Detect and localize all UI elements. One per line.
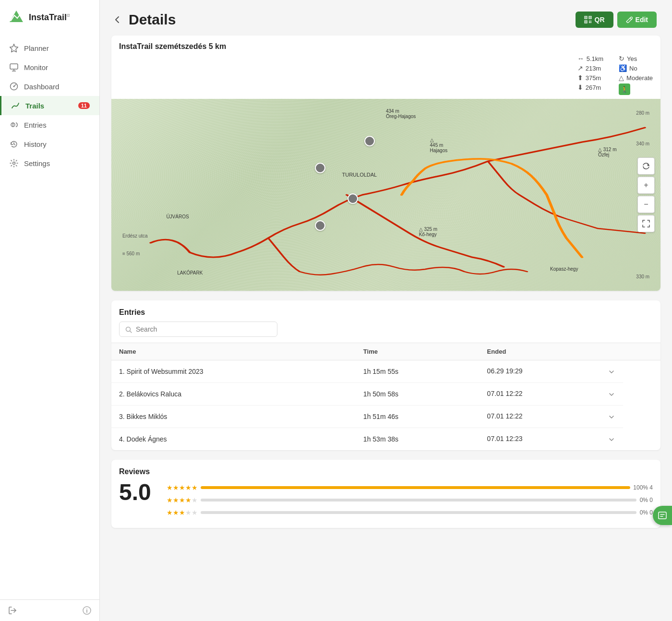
map-marker-3	[348, 193, 358, 204]
rating-bar-fill-5	[201, 486, 631, 489]
search-input[interactable]	[136, 325, 271, 333]
entries-search-bar[interactable]	[119, 322, 277, 337]
trail-stat-hiker: 🚶	[619, 84, 653, 95]
trail-stat-loop: ↻ Yes	[619, 55, 653, 62]
rating-count-5: 100% 4	[633, 484, 653, 491]
sidebar-item-planner[interactable]: Planner	[0, 38, 99, 58]
map-fullscreen-button[interactable]	[637, 215, 655, 232]
trail-stat-accessible: ♿ No	[619, 64, 653, 72]
trail-stats-col-1: ↔ 5.1km ↗ 213m ⬆ 375m ⬇ 267m	[577, 55, 603, 95]
svg-line-26	[630, 18, 632, 20]
search-icon	[125, 325, 132, 333]
average-rating: 5.0	[119, 481, 151, 504]
rating-count-3: 0% 0	[639, 509, 653, 516]
table-row: 4. Dodek Ágnes 1h 53m 38s 07.01 12:23	[111, 428, 660, 451]
rating-bar-fill-3	[201, 511, 636, 514]
entry-time: 1h 51m 46s	[356, 406, 480, 428]
trails-icon	[11, 101, 20, 110]
expand-row-button[interactable]	[608, 367, 615, 376]
info-icon[interactable]	[82, 606, 92, 615]
entries-section-title: Entries	[111, 300, 660, 322]
stars-4: ★★★★★	[167, 496, 198, 504]
svg-rect-25	[590, 22, 591, 23]
trail-stat-loss: ⬇ 267m	[577, 84, 603, 91]
rating-bar-4: ★★★★★ 0% 0	[167, 496, 653, 504]
table-row: 3. Bikkes Miklós 1h 51m 46s 07.01 12:22	[111, 406, 660, 428]
map-zoom-in-button[interactable]: +	[637, 177, 655, 194]
entries-icon	[10, 120, 18, 129]
stars-5: ★★★★★	[167, 484, 198, 491]
col-time: Time	[356, 343, 480, 360]
trail-stat-max-elevation: ⬆ 375m	[577, 74, 603, 82]
table-row: 2. Belákovics Raluca 1h 50m 58s 07.01 12…	[111, 383, 660, 406]
entries-table-header: Name Time Ended	[111, 343, 660, 360]
sidebar-item-settings[interactable]: Settings	[0, 154, 99, 173]
svg-line-28	[130, 331, 132, 333]
entry-ended: 06.29 19:29	[480, 360, 623, 383]
sidebar-item-trails[interactable]: Trails 11	[0, 96, 99, 115]
page-header: Details QR Edit	[100, 0, 672, 36]
edit-button[interactable]: Edit	[617, 12, 657, 28]
trail-stats-col-2: ↻ Yes ♿ No △ Moderate 🚶	[619, 55, 653, 95]
svg-point-6	[13, 86, 15, 87]
chat-icon	[658, 511, 667, 520]
logo-text: InstaTrailα	[29, 12, 70, 23]
expand-row-button[interactable]	[608, 412, 615, 421]
elevation-loss-icon: ⬇	[577, 84, 583, 91]
col-ended: Ended	[480, 343, 623, 360]
logo-icon	[8, 9, 25, 26]
main-content: Details QR Edit InstaTrail szemétszedés …	[100, 0, 672, 621]
entries-table-body: 1. Spirit of Websummit 2023 1h 15m 55s 0…	[111, 360, 660, 451]
qr-button[interactable]: QR	[576, 12, 613, 28]
svg-rect-24	[589, 22, 590, 23]
sidebar-item-history[interactable]: History	[0, 134, 99, 154]
sidebar-item-monitor[interactable]: Monitor	[0, 58, 99, 77]
map-zoom-out-button[interactable]: −	[637, 196, 655, 213]
trails-badge: 11	[78, 102, 90, 109]
entry-ended: 07.01 12:23	[480, 428, 623, 451]
distance-icon: ↔	[577, 55, 584, 62]
reviews-card: Reviews 5.0 ★★★★★ 100% 4 ★★★★★ 0% 0 ★★★★…	[111, 460, 660, 528]
col-name: Name	[111, 343, 356, 360]
sidebar-item-entries[interactable]: Entries	[0, 115, 99, 134]
svg-point-11	[13, 162, 15, 165]
map-controls: + −	[637, 157, 655, 232]
svg-rect-17	[585, 17, 586, 18]
accessible-icon: ♿	[619, 64, 627, 72]
planner-icon	[10, 44, 18, 52]
expand-row-button[interactable]	[608, 390, 615, 398]
svg-rect-21	[585, 22, 586, 23]
trail-map[interactable]: TURULOLDAL ÚJVÁROS LAKÓPARK 434 mÖreg-Ha…	[111, 99, 660, 291]
logout-icon[interactable]	[8, 606, 17, 615]
back-button[interactable]	[111, 14, 123, 25]
entry-ended: 07.01 12:22	[480, 406, 623, 428]
chat-fab[interactable]	[653, 506, 672, 525]
svg-rect-19	[589, 17, 590, 18]
svg-rect-23	[590, 21, 591, 22]
entries-card: Entries Name Time Ended 1. Spirit of Web…	[111, 300, 660, 450]
trail-stats: ↔ 5.1km ↗ 213m ⬆ 375m ⬇ 267m ↻	[111, 55, 660, 99]
sidebar-item-trails-label: Trails	[25, 102, 44, 110]
loop-icon: ↻	[619, 55, 624, 62]
page-title: Details	[129, 12, 176, 28]
dashboard-icon	[10, 82, 18, 91]
entry-name: 4. Dodek Ágnes	[111, 428, 356, 451]
map-reset-button[interactable]	[637, 157, 655, 175]
sidebar-item-dashboard[interactable]: Dashboard	[0, 77, 99, 96]
max-elevation-icon: ⬆	[577, 74, 583, 82]
sidebar-nav: Planner Monitor Dashboard Trails 11	[0, 35, 99, 599]
map-marker-1	[364, 136, 375, 146]
entry-time: 1h 53m 38s	[356, 428, 480, 451]
sidebar-item-dashboard-label: Dashboard	[24, 83, 59, 91]
stars-3: ★★★★★	[167, 509, 198, 516]
expand-row-button[interactable]	[608, 435, 615, 443]
sidebar-item-settings-label: Settings	[24, 159, 50, 167]
sidebar: InstaTrailα Planner Monitor Dashboard T	[0, 0, 100, 621]
edit-icon	[626, 16, 633, 23]
entry-name: 1. Spirit of Websummit 2023	[111, 360, 356, 383]
rating-bar-5: ★★★★★ 100% 4	[167, 484, 653, 491]
rating-bars: ★★★★★ 100% 4 ★★★★★ 0% 0 ★★★★★ 0% 0	[167, 481, 653, 518]
rating-bar-fill-4	[201, 499, 636, 502]
reviews-content: 5.0 ★★★★★ 100% 4 ★★★★★ 0% 0 ★★★★★ 0% 0	[111, 481, 660, 528]
rating-bar-3: ★★★★★ 0% 0	[167, 509, 653, 516]
